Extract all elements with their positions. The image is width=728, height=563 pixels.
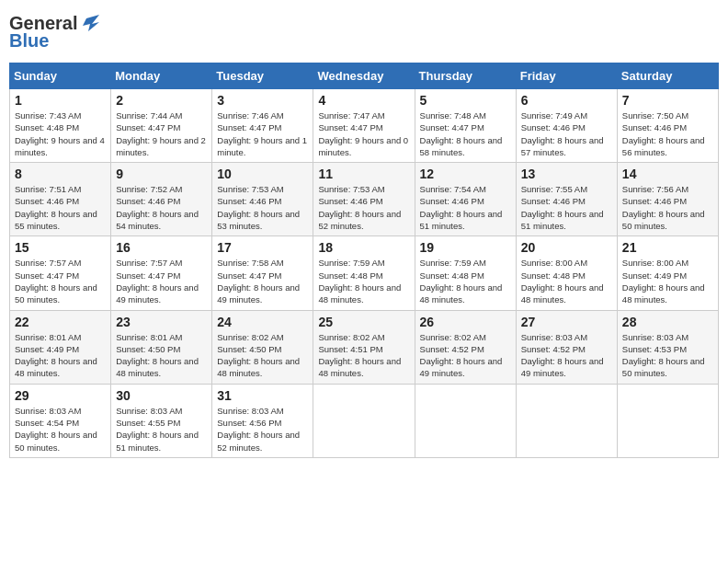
calendar-cell: 9 Sunrise: 7:52 AMSunset: 4:46 PMDayligh… (111, 163, 212, 236)
day-number: 13 (521, 167, 612, 181)
day-content: Sunrise: 7:44 AMSunset: 4:47 PMDaylight:… (116, 109, 207, 158)
calendar-cell: 22 Sunrise: 8:01 AMSunset: 4:49 PMDaylig… (10, 310, 111, 384)
logo-blue-text: Blue (9, 30, 49, 52)
day-content: Sunrise: 8:01 AMSunset: 4:50 PMDaylight:… (116, 331, 207, 380)
day-number: 30 (116, 388, 207, 403)
day-content: Sunrise: 7:43 AMSunset: 4:48 PMDaylight:… (15, 109, 106, 158)
calendar-cell: 29 Sunrise: 8:03 AMSunset: 4:54 PMDaylig… (10, 384, 111, 457)
day-number: 26 (420, 315, 511, 329)
day-number: 9 (116, 167, 207, 181)
day-number: 8 (15, 167, 106, 181)
day-content: Sunrise: 8:00 AMSunset: 4:49 PMDaylight:… (622, 257, 713, 305)
day-content: Sunrise: 7:50 AMSunset: 4:46 PMDaylight:… (622, 109, 713, 158)
day-content: Sunrise: 7:59 AMSunset: 4:48 PMDaylight:… (318, 257, 409, 305)
calendar-cell: 6 Sunrise: 7:49 AMSunset: 4:46 PMDayligh… (516, 89, 617, 163)
week-row-5: 29 Sunrise: 8:03 AMSunset: 4:54 PMDaylig… (10, 384, 719, 457)
day-content: Sunrise: 7:48 AMSunset: 4:47 PMDaylight:… (420, 109, 511, 158)
day-number: 11 (318, 167, 409, 181)
calendar-cell: 23 Sunrise: 8:01 AMSunset: 4:50 PMDaylig… (111, 310, 212, 384)
calendar-cell: 8 Sunrise: 7:51 AMSunset: 4:46 PMDayligh… (10, 163, 111, 236)
calendar-cell: 4 Sunrise: 7:47 AMSunset: 4:47 PMDayligh… (313, 89, 415, 163)
day-number: 19 (420, 240, 511, 255)
day-number: 25 (318, 315, 409, 329)
calendar-cell: 2 Sunrise: 7:44 AMSunset: 4:47 PMDayligh… (111, 89, 212, 163)
day-content: Sunrise: 7:52 AMSunset: 4:46 PMDaylight:… (116, 183, 207, 232)
day-number: 31 (217, 388, 308, 403)
day-content: Sunrise: 8:00 AMSunset: 4:48 PMDaylight:… (521, 257, 612, 305)
calendar-cell: 11 Sunrise: 7:53 AMSunset: 4:46 PMDaylig… (313, 163, 415, 236)
day-number: 23 (116, 315, 207, 329)
day-content: Sunrise: 7:58 AMSunset: 4:47 PMDaylight:… (217, 257, 308, 305)
day-number: 15 (15, 240, 106, 255)
day-content: Sunrise: 8:03 AMSunset: 4:56 PMDaylight:… (217, 405, 308, 454)
calendar-cell: 21 Sunrise: 8:00 AMSunset: 4:49 PMDaylig… (617, 236, 718, 310)
day-content: Sunrise: 7:54 AMSunset: 4:46 PMDaylight:… (420, 183, 511, 232)
day-content: Sunrise: 8:01 AMSunset: 4:49 PMDaylight:… (15, 331, 106, 380)
calendar-cell: 14 Sunrise: 7:56 AMSunset: 4:46 PMDaylig… (617, 163, 718, 236)
day-content: Sunrise: 7:56 AMSunset: 4:46 PMDaylight:… (622, 183, 713, 232)
day-content: Sunrise: 7:55 AMSunset: 4:46 PMDaylight:… (521, 183, 612, 232)
day-content: Sunrise: 8:03 AMSunset: 4:54 PMDaylight:… (15, 405, 106, 454)
day-content: Sunrise: 7:46 AMSunset: 4:47 PMDaylight:… (217, 109, 308, 158)
day-number: 21 (622, 240, 713, 255)
calendar-cell: 27 Sunrise: 8:03 AMSunset: 4:52 PMDaylig… (516, 310, 617, 384)
day-number: 6 (521, 93, 612, 108)
calendar-cell: 30 Sunrise: 8:03 AMSunset: 4:55 PMDaylig… (111, 384, 212, 457)
svg-marker-0 (83, 15, 99, 31)
day-number: 7 (622, 93, 713, 108)
day-number: 24 (217, 315, 308, 329)
day-content: Sunrise: 7:51 AMSunset: 4:46 PMDaylight:… (15, 183, 106, 232)
day-number: 4 (318, 93, 409, 108)
logo: General Blue (9, 13, 99, 52)
day-number: 2 (116, 93, 207, 108)
day-header-friday: Friday (516, 63, 617, 89)
calendar-cell: 12 Sunrise: 7:54 AMSunset: 4:46 PMDaylig… (415, 163, 516, 236)
day-content: Sunrise: 8:03 AMSunset: 4:53 PMDaylight:… (622, 331, 713, 380)
day-number: 10 (217, 167, 308, 181)
calendar-cell (313, 384, 415, 457)
week-row-2: 8 Sunrise: 7:51 AMSunset: 4:46 PMDayligh… (10, 163, 719, 236)
day-number: 1 (15, 93, 106, 108)
day-content: Sunrise: 7:57 AMSunset: 4:47 PMDaylight:… (15, 257, 106, 305)
day-content: Sunrise: 8:02 AMSunset: 4:51 PMDaylight:… (318, 331, 409, 380)
day-content: Sunrise: 7:53 AMSunset: 4:46 PMDaylight:… (217, 183, 308, 232)
day-number: 16 (116, 240, 207, 255)
day-number: 18 (318, 240, 409, 255)
calendar-cell: 31 Sunrise: 8:03 AMSunset: 4:56 PMDaylig… (212, 384, 313, 457)
day-content: Sunrise: 7:49 AMSunset: 4:46 PMDaylight:… (521, 109, 612, 158)
day-number: 3 (217, 93, 308, 108)
calendar-cell (415, 384, 516, 457)
day-header-saturday: Saturday (617, 63, 718, 89)
calendar-cell: 19 Sunrise: 7:59 AMSunset: 4:48 PMDaylig… (415, 236, 516, 310)
day-header-monday: Monday (111, 63, 212, 89)
day-content: Sunrise: 8:02 AMSunset: 4:52 PMDaylight:… (420, 331, 511, 380)
day-number: 5 (420, 93, 511, 108)
calendar-cell: 17 Sunrise: 7:58 AMSunset: 4:47 PMDaylig… (212, 236, 313, 310)
day-number: 28 (622, 315, 713, 329)
calendar-cell: 16 Sunrise: 7:57 AMSunset: 4:47 PMDaylig… (111, 236, 212, 310)
calendar-cell (516, 384, 617, 457)
calendar-cell: 28 Sunrise: 8:03 AMSunset: 4:53 PMDaylig… (617, 310, 718, 384)
day-content: Sunrise: 7:57 AMSunset: 4:47 PMDaylight:… (116, 257, 207, 305)
day-number: 17 (217, 240, 308, 255)
day-number: 29 (15, 388, 106, 403)
day-content: Sunrise: 7:47 AMSunset: 4:47 PMDaylight:… (318, 109, 409, 158)
calendar-cell: 26 Sunrise: 8:02 AMSunset: 4:52 PMDaylig… (415, 310, 516, 384)
calendar-cell: 15 Sunrise: 7:57 AMSunset: 4:47 PMDaylig… (10, 236, 111, 310)
week-row-4: 22 Sunrise: 8:01 AMSunset: 4:49 PMDaylig… (10, 310, 719, 384)
day-number: 20 (521, 240, 612, 255)
day-number: 22 (15, 315, 106, 329)
calendar-cell: 25 Sunrise: 8:02 AMSunset: 4:51 PMDaylig… (313, 310, 415, 384)
calendar-cell: 1 Sunrise: 7:43 AMSunset: 4:48 PMDayligh… (10, 89, 111, 163)
day-number: 12 (420, 167, 511, 181)
calendar-table: SundayMondayTuesdayWednesdayThursdayFrid… (9, 63, 719, 458)
day-content: Sunrise: 8:03 AMSunset: 4:55 PMDaylight:… (116, 405, 207, 454)
day-number: 27 (521, 315, 612, 329)
calendar-cell: 7 Sunrise: 7:50 AMSunset: 4:46 PMDayligh… (617, 89, 718, 163)
calendar-cell: 20 Sunrise: 8:00 AMSunset: 4:48 PMDaylig… (516, 236, 617, 310)
calendar-cell: 24 Sunrise: 8:02 AMSunset: 4:50 PMDaylig… (212, 310, 313, 384)
days-header-row: SundayMondayTuesdayWednesdayThursdayFrid… (10, 63, 719, 89)
calendar-cell: 10 Sunrise: 7:53 AMSunset: 4:46 PMDaylig… (212, 163, 313, 236)
day-header-sunday: Sunday (10, 63, 111, 89)
day-content: Sunrise: 8:02 AMSunset: 4:50 PMDaylight:… (217, 331, 308, 380)
